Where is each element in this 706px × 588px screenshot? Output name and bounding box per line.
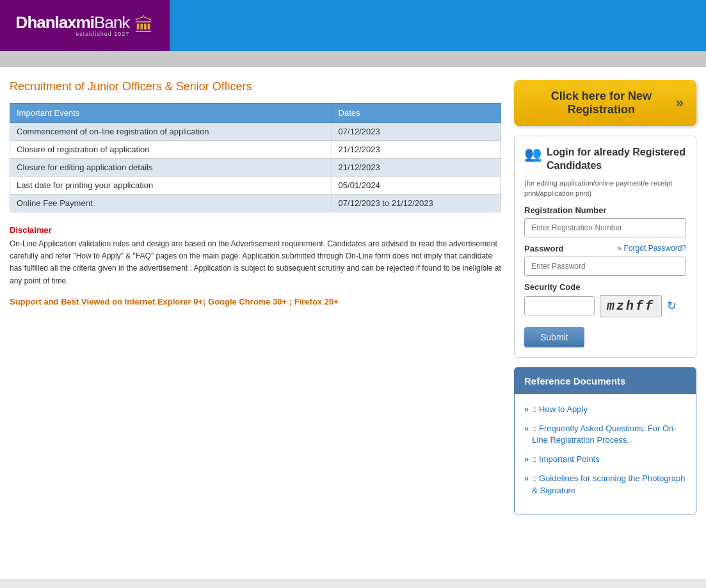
registration-number-input[interactable]: [524, 218, 686, 237]
ref-doc-link[interactable]: :: Important Points: [532, 454, 600, 465]
reference-documents-content: »:: How to Apply»:: Frequently Asked Que…: [515, 394, 696, 514]
main-content: Recruitment of Junior Officers & Senior …: [0, 67, 706, 579]
col-header-events: Important Events: [10, 104, 332, 123]
refresh-captcha-icon[interactable]: ↻: [667, 299, 677, 313]
table-row: Closure for editing application details2…: [10, 159, 501, 177]
password-input[interactable]: [524, 257, 686, 276]
login-box: 👥 Login for already Registered Candidate…: [514, 136, 696, 358]
security-code-label: Security Code: [524, 282, 686, 292]
password-label: Password: [524, 244, 563, 253]
ref-doc-arrow-icon: »: [524, 473, 529, 483]
new-registration-label: Click here for New Registration: [527, 90, 676, 116]
security-code-input[interactable]: [524, 296, 595, 315]
right-panel: Click here for New Registration » 👥 Logi…: [514, 80, 696, 566]
ref-doc-item: »:: Guidelines for scanning the Photogra…: [524, 473, 686, 496]
sub-header-bar: [0, 51, 706, 67]
date-cell: 05/01/2024: [332, 177, 501, 195]
registration-number-label: Registration Number: [524, 205, 686, 215]
disclaimer-title: Disclaimer: [10, 225, 501, 235]
date-cell: 07/12/2023: [332, 123, 501, 141]
event-cell: Closure of registration of application: [10, 141, 332, 159]
login-title: Login for already Registered Candidates: [547, 146, 686, 173]
ref-doc-arrow-icon: »: [524, 454, 529, 464]
ref-doc-arrow-icon: »: [524, 424, 529, 433]
table-row: Commencement of on-line registration of …: [10, 123, 501, 141]
ref-doc-link[interactable]: :: How to Apply: [532, 404, 588, 415]
left-panel: Recruitment of Junior Officers & Senior …: [10, 80, 501, 566]
reference-documents-box: Reference Documents »:: How to Apply»:: …: [514, 367, 696, 514]
events-table: Important Events Dates Commencement of o…: [10, 103, 501, 212]
event-cell: Closure for editing application details: [10, 159, 332, 177]
reference-documents-header: Reference Documents: [515, 368, 696, 394]
ref-doc-item: »:: Important Points: [524, 454, 686, 465]
disclaimer-text: On-Line Application validation rules and…: [10, 238, 501, 287]
ref-doc-link[interactable]: :: Guidelines for scanning the Photograp…: [532, 473, 686, 496]
table-row: Last date for printing your application0…: [10, 177, 501, 195]
ref-doc-link[interactable]: :: Frequently Asked Questions: For On-Li…: [532, 423, 686, 446]
event-cell: Commencement of on-line registration of …: [10, 123, 332, 141]
new-registration-button[interactable]: Click here for New Registration »: [514, 80, 696, 126]
ref-doc-arrow-icon: »: [524, 404, 529, 414]
forgot-password-link[interactable]: » Forgot Password?: [618, 244, 686, 253]
page-title: Recruitment of Junior Officers & Senior …: [10, 80, 501, 93]
submit-button[interactable]: Submit: [524, 327, 584, 347]
header-blue-bar: [170, 0, 706, 51]
logo-name-bold: Dhanlaxmi: [16, 13, 95, 32]
date-cell: 21/12/2023: [332, 141, 501, 159]
logo-figure-icon: 🏛: [134, 15, 154, 36]
ref-doc-item: »:: Frequently Asked Questions: For On-L…: [524, 423, 686, 446]
date-cell: 07/12/2023 to 21/12/2023: [332, 195, 501, 212]
bank-logo: DhanlaxmiBank established 1927 🏛: [0, 0, 170, 51]
new-registration-arrow-icon: »: [676, 95, 684, 111]
login-users-icon: 👥: [524, 146, 542, 163]
date-cell: 21/12/2023: [332, 159, 501, 177]
logo-name-light: Bank: [94, 13, 129, 32]
login-subtitle: (for editing application/online payment/…: [524, 178, 686, 199]
table-row: Closure of registration of application21…: [10, 141, 501, 159]
captcha-image: mzhff: [600, 295, 662, 317]
ref-doc-item: »:: How to Apply: [524, 404, 686, 415]
page-header: DhanlaxmiBank established 1927 🏛: [0, 0, 706, 51]
table-row: Online Fee Payment07/12/2023 to 21/12/20…: [10, 195, 501, 212]
event-cell: Online Fee Payment: [10, 195, 332, 212]
browser-support-text: Support and Best Viewed on Internet Expl…: [10, 297, 501, 306]
col-header-dates: Dates: [332, 104, 501, 123]
event-cell: Last date for printing your application: [10, 177, 332, 195]
